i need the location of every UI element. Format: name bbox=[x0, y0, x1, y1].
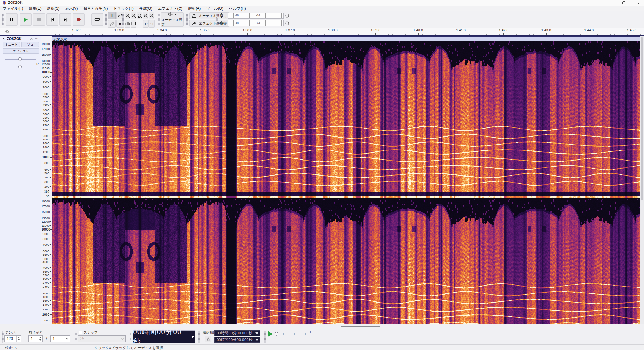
audacity-window: ZOKZOK ファイル(F)編集(E)選択(S)表示(V)録音と再生(N)トラッ… bbox=[0, 0, 644, 350]
freq-axis-label: 2400 bbox=[42, 128, 49, 131]
freq-axis-label: 5500 bbox=[42, 96, 49, 99]
transport-toolbar-grip[interactable] bbox=[2, 14, 4, 25]
share-audio-grip[interactable] bbox=[186, 14, 188, 25]
tempo-spinner[interactable] bbox=[16, 336, 21, 342]
freq-axis-tick bbox=[50, 186, 51, 187]
undo-button[interactable]: ↶ bbox=[143, 20, 149, 28]
menu-item-表示(V)[interactable]: 表示(V) bbox=[62, 6, 80, 11]
time-format-caret-icon[interactable] bbox=[191, 336, 195, 338]
spectrogram-track-view[interactable] bbox=[52, 41, 640, 324]
menu-item-録音と再生(N)[interactable]: 録音と再生(N) bbox=[80, 6, 110, 11]
pause-button[interactable] bbox=[6, 13, 18, 26]
track-menu-button[interactable]: … bbox=[35, 35, 39, 40]
effects-button[interactable]: エフェクト bbox=[3, 48, 39, 54]
meter-toolbar-grip[interactable] bbox=[216, 14, 218, 25]
collapse-track-icon[interactable] bbox=[30, 38, 33, 40]
speed-slider-track[interactable] bbox=[277, 333, 308, 335]
menu-item-エフェクト(C)[interactable]: エフェクト(C) bbox=[155, 6, 185, 11]
solo-button[interactable]: ソロ bbox=[21, 42, 39, 47]
time-signature-spinner[interactable] bbox=[38, 336, 42, 342]
selection-end-field[interactable]: 00時間00分00.000秒 bbox=[214, 337, 260, 343]
snap-unit-select[interactable]: 秒 bbox=[78, 335, 126, 342]
mute-button[interactable]: ミュート bbox=[3, 42, 20, 47]
zoom-fit-project-button[interactable] bbox=[143, 12, 148, 19]
timeline-ruler[interactable]: 1:32.01:33.01:34.01:35.01:36.01:37.01:38… bbox=[0, 28, 644, 36]
zoom-toggle-button[interactable] bbox=[149, 12, 154, 19]
selection-options-button[interactable] bbox=[205, 336, 211, 342]
draw-tool-button[interactable] bbox=[108, 20, 116, 28]
audio-setup-grip[interactable] bbox=[158, 14, 160, 25]
tempo-input[interactable]: 120 bbox=[4, 335, 21, 342]
vertical-scrollbar[interactable] bbox=[640, 36, 644, 324]
time-toolbar-grip[interactable] bbox=[2, 331, 4, 343]
recording-meter[interactable]: L R -48 -24 bbox=[219, 13, 289, 19]
minimize-button[interactable] bbox=[603, 0, 617, 6]
spin-down-icon[interactable] bbox=[39, 339, 41, 341]
track-name[interactable]: ZOKZOK bbox=[7, 37, 21, 41]
stop-button[interactable] bbox=[33, 13, 45, 26]
selection-format-caret-icon[interactable] bbox=[255, 332, 258, 334]
tempo-value: 120 bbox=[5, 336, 16, 341]
freq-axis-label: 6000 bbox=[42, 250, 49, 253]
menu-item-解析(A)[interactable]: 解析(A) bbox=[185, 6, 203, 11]
ruler-label: 1:39.0 bbox=[366, 28, 385, 32]
trim-outside-selection-button[interactable] bbox=[125, 20, 130, 28]
playback-meter[interactable]: L R -48 -24 bbox=[219, 20, 289, 26]
restore-button[interactable] bbox=[617, 0, 631, 6]
menu-item-選択(S)[interactable]: 選択(S) bbox=[44, 6, 62, 11]
track-close-button[interactable]: × bbox=[3, 36, 5, 41]
zoom-selection-button[interactable] bbox=[137, 12, 142, 19]
speed-plus-label: + bbox=[309, 330, 311, 334]
timeline-options-gear-icon[interactable] bbox=[5, 29, 9, 34]
spin-up-icon[interactable] bbox=[18, 337, 20, 338]
silence-selection-button[interactable] bbox=[131, 20, 136, 28]
selection-format-caret-icon[interactable] bbox=[255, 339, 258, 341]
pan-slider-thumb[interactable] bbox=[18, 65, 22, 68]
skip-to-start-button[interactable] bbox=[46, 13, 58, 26]
meter-options-icon[interactable] bbox=[285, 14, 289, 18]
play-button[interactable] bbox=[20, 13, 32, 26]
freq-axis-tick bbox=[50, 206, 51, 206]
snap-toolbar-grip[interactable] bbox=[75, 331, 77, 343]
time-signature-lower-select[interactable]: 4 bbox=[50, 335, 70, 342]
play-at-speed-button[interactable] bbox=[268, 331, 273, 337]
loop-button[interactable] bbox=[91, 13, 103, 26]
selection-range-grip[interactable] bbox=[198, 331, 200, 343]
freq-axis-tick bbox=[50, 221, 51, 222]
skip-to-end-button[interactable] bbox=[59, 13, 71, 26]
vertical-scrollbar-thumb[interactable] bbox=[641, 37, 643, 200]
menu-item-ヘルプ(H)[interactable]: ヘルプ(H) bbox=[226, 6, 249, 11]
zoom-in-button[interactable] bbox=[125, 12, 130, 19]
freq-axis-label: 1800 bbox=[42, 295, 49, 298]
freq-axis-label: 10000 bbox=[42, 228, 49, 231]
redo-button[interactable]: ↷ bbox=[149, 20, 155, 28]
time-display-grip[interactable] bbox=[130, 331, 131, 343]
audio-position-display[interactable]: 00時間00分00秒 bbox=[133, 330, 195, 343]
horizontal-scrollbar[interactable] bbox=[0, 324, 644, 329]
play-at-speed-grip[interactable] bbox=[264, 331, 266, 343]
menu-item-生成(G)[interactable]: 生成(G) bbox=[136, 6, 155, 11]
gain-slider-thumb[interactable] bbox=[18, 57, 22, 61]
menu-item-編集(E)[interactable]: 編集(E) bbox=[26, 6, 44, 11]
menu-item-トラック(T)[interactable]: トラック(T) bbox=[110, 6, 136, 11]
spin-up-icon[interactable] bbox=[39, 337, 41, 338]
track-strip-menu-icon[interactable]: … bbox=[633, 36, 637, 41]
zoom-out-button[interactable] bbox=[131, 12, 136, 19]
record-button[interactable] bbox=[73, 13, 85, 26]
menu-item-ツール(O)[interactable]: ツール(O) bbox=[203, 6, 226, 11]
selection-tool-button[interactable]: I bbox=[108, 12, 116, 19]
spin-down-icon[interactable] bbox=[18, 339, 20, 341]
ruler-tick bbox=[119, 33, 119, 35]
freq-axis-label: 3600 bbox=[42, 113, 49, 116]
time-signature-upper-input[interactable]: 4 bbox=[28, 335, 43, 342]
spectrogram-vertical-ruler[interactable]: 1900017000150001300012000110001000090008… bbox=[41, 36, 52, 324]
audio-setup-button[interactable]: オーディオ設定 bbox=[161, 12, 184, 27]
close-button[interactable] bbox=[631, 0, 644, 6]
meter-options-icon[interactable] bbox=[285, 21, 289, 25]
horizontal-scrollbar-thumb[interactable] bbox=[341, 326, 380, 327]
selection-start-field[interactable]: 00時間00分00.000秒 bbox=[214, 330, 260, 336]
menu-item-ファイル(F)[interactable]: ファイル(F) bbox=[0, 6, 26, 11]
edit-toolbar-grip[interactable] bbox=[122, 14, 124, 25]
tools-toolbar-grip[interactable] bbox=[105, 14, 107, 25]
snap-checkbox[interactable] bbox=[79, 331, 82, 334]
